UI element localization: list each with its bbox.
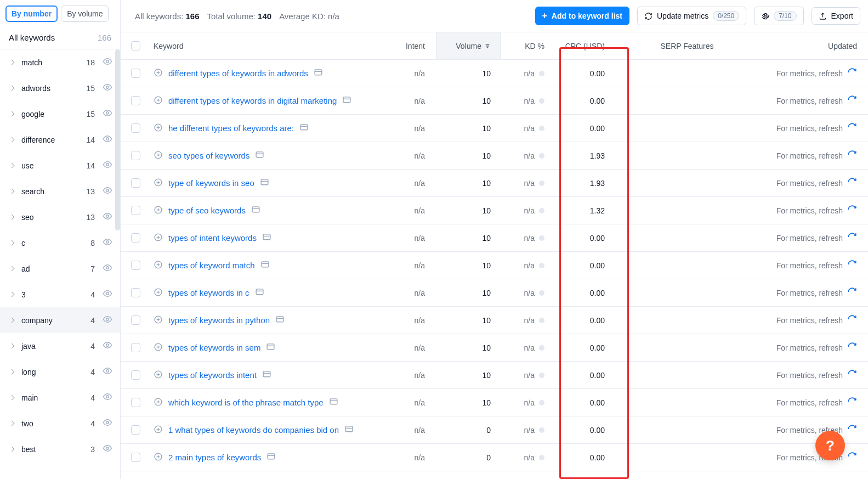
serp-preview-icon[interactable] (262, 370, 271, 381)
eye-icon[interactable] (99, 289, 112, 300)
eye-icon[interactable] (99, 82, 112, 94)
refresh-icon[interactable] (847, 177, 857, 189)
keyword-link[interactable]: types of intent keywords (168, 233, 257, 243)
eye-icon[interactable] (99, 366, 112, 377)
row-checkbox[interactable] (131, 453, 140, 462)
refresh-icon[interactable] (847, 424, 857, 436)
row-checkbox[interactable] (131, 398, 140, 407)
expand-icon[interactable] (154, 342, 163, 353)
expand-icon[interactable] (154, 425, 163, 436)
sidebar-item-3[interactable]: 34 (0, 281, 120, 307)
serp-preview-icon[interactable] (260, 178, 269, 189)
select-all-checkbox[interactable] (131, 41, 140, 50)
row-checkbox[interactable] (131, 69, 140, 78)
row-checkbox[interactable] (131, 288, 140, 297)
expand-icon[interactable] (154, 123, 163, 134)
refresh-icon[interactable] (847, 369, 857, 381)
keyword-link[interactable]: which keyword is of the phrase match typ… (168, 398, 324, 407)
add-to-keyword-list-button[interactable]: + Add to keyword list (535, 7, 629, 25)
row-checkbox[interactable] (131, 151, 140, 160)
serp-preview-icon[interactable] (266, 452, 276, 463)
serp-preview-icon[interactable] (262, 233, 271, 244)
sidebar-item-search[interactable]: search13 (0, 178, 120, 204)
serp-preview-icon[interactable] (342, 95, 351, 106)
refresh-icon[interactable] (847, 150, 857, 161)
expand-icon[interactable] (154, 370, 163, 381)
row-checkbox[interactable] (131, 370, 140, 380)
sidebar-item-two[interactable]: two4 (0, 410, 120, 436)
serp-preview-icon[interactable] (266, 342, 275, 353)
expand-icon[interactable] (154, 205, 163, 216)
keyword-link[interactable]: 1 what types of keywords do companies bi… (168, 425, 339, 435)
sidebar-item-ad[interactable]: ad7 (0, 256, 120, 281)
keyword-link[interactable]: type of keywords in seo (168, 178, 254, 188)
sidebar-item-c[interactable]: c8 (0, 230, 120, 256)
sidebar-item-company[interactable]: company4 (0, 307, 120, 333)
keyword-link[interactable]: type of seo keywords (168, 206, 246, 215)
expand-icon[interactable] (154, 68, 163, 79)
serp-preview-icon[interactable] (251, 205, 260, 216)
serp-preview-icon[interactable] (260, 260, 270, 271)
serp-preview-icon[interactable] (255, 150, 264, 161)
export-button[interactable]: Export (812, 7, 860, 25)
sidebar-item-use[interactable]: use14 (0, 153, 120, 178)
refresh-icon[interactable] (847, 122, 857, 134)
sidebar-heading[interactable]: All keywords 166 (0, 26, 120, 49)
keyword-link[interactable]: types of keywords in python (168, 315, 270, 325)
eye-icon[interactable] (99, 160, 112, 171)
row-checkbox[interactable] (131, 233, 140, 243)
eye-icon[interactable] (99, 211, 112, 223)
refresh-icon[interactable] (847, 287, 857, 298)
expand-icon[interactable] (154, 233, 163, 244)
row-checkbox[interactable] (131, 206, 140, 215)
eye-icon[interactable] (99, 134, 112, 145)
row-checkbox[interactable] (131, 315, 140, 325)
refresh-icon[interactable] (847, 397, 857, 408)
sidebar-list[interactable]: match18adwords15google15difference14use1… (0, 49, 120, 479)
serp-preview-icon[interactable] (299, 123, 309, 134)
expand-icon[interactable] (154, 315, 163, 326)
eye-icon[interactable] (99, 418, 112, 429)
refresh-icon[interactable] (847, 342, 857, 353)
tab-by-volume[interactable]: By volume (61, 5, 109, 22)
th-volume[interactable]: Volume (436, 32, 501, 59)
eye-icon[interactable] (99, 392, 112, 403)
refresh-icon[interactable] (847, 314, 857, 326)
expand-icon[interactable] (154, 150, 163, 161)
keyword-link[interactable]: 2 main types of keywords (168, 453, 261, 462)
keyword-link[interactable]: types of keyword match (168, 261, 255, 270)
keyword-link[interactable]: types of keywords in c (168, 288, 249, 297)
sidebar-item-seo[interactable]: seo13 (0, 204, 120, 230)
sidebar-scrollbar[interactable] (115, 49, 120, 230)
eye-icon[interactable] (99, 237, 112, 249)
refresh-icon[interactable] (847, 95, 857, 106)
expand-icon[interactable] (154, 95, 163, 106)
refresh-icon[interactable] (847, 232, 857, 244)
serp-preview-icon[interactable] (275, 315, 285, 326)
expand-icon[interactable] (154, 397, 163, 408)
row-checkbox[interactable] (131, 343, 140, 352)
keyword-link[interactable]: types of keywords intent (168, 370, 257, 380)
eye-icon[interactable] (99, 185, 112, 197)
eye-icon[interactable] (99, 443, 112, 455)
refresh-icon[interactable] (847, 67, 857, 79)
row-checkbox[interactable] (131, 123, 140, 133)
th-updated[interactable]: Updated (747, 42, 857, 50)
keyword-link[interactable]: different types of keywords in digital m… (168, 96, 337, 105)
expand-icon[interactable] (154, 178, 163, 189)
serp-preview-icon[interactable] (344, 425, 354, 436)
sidebar-item-adwords[interactable]: adwords15 (0, 75, 120, 101)
eye-icon[interactable] (99, 314, 112, 326)
eye-icon[interactable] (99, 57, 112, 68)
row-checkbox[interactable] (131, 96, 140, 105)
row-checkbox[interactable] (131, 425, 140, 435)
th-cpc[interactable]: CPC (USD) (555, 42, 627, 50)
expand-icon[interactable] (154, 260, 163, 271)
help-fab[interactable]: ? (815, 431, 845, 460)
keyword-link[interactable]: he different types of keywords are: (168, 123, 294, 133)
table-body[interactable]: different types of keywords in adwordsn/… (121, 60, 868, 479)
eye-icon[interactable] (99, 108, 112, 120)
th-intent[interactable]: Intent (387, 42, 436, 50)
keyword-link[interactable]: different types of keywords in adwords (168, 69, 308, 78)
expand-icon[interactable] (154, 452, 163, 463)
